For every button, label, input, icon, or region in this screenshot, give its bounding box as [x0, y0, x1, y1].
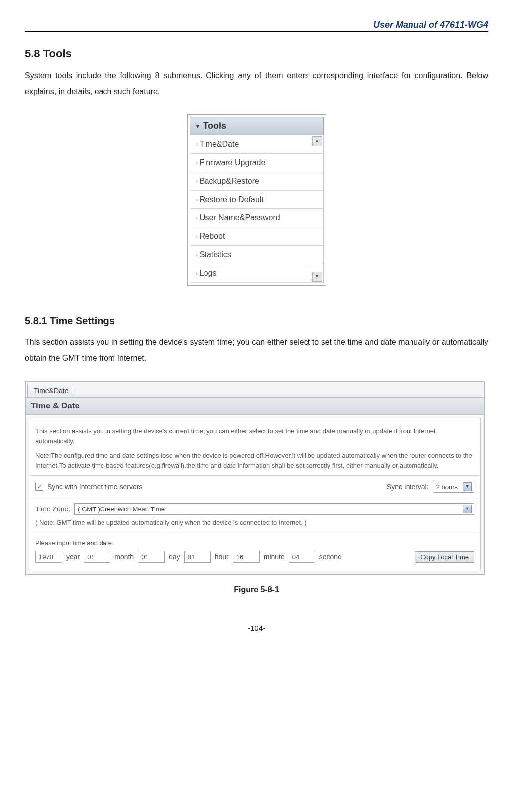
- tools-item-logs[interactable]: ›Logs: [190, 264, 323, 283]
- tools-item-label: User Name&Password: [200, 213, 280, 222]
- tools-item-label: Statistics: [200, 250, 231, 259]
- chevron-right-icon: ›: [196, 179, 198, 184]
- time-date-panel-screenshot: Time&Date Time & Date This section assis…: [25, 381, 485, 575]
- tools-item-label: Logs: [200, 269, 217, 278]
- tools-item-label: Firmware Upgrade: [200, 158, 265, 167]
- timezone-value: ( GMT )Greenwich Mean Time: [78, 506, 165, 513]
- sync-label: Sync with Internet time servers: [47, 483, 142, 491]
- minute-label: minute: [264, 553, 285, 561]
- second-label: second: [319, 553, 342, 561]
- scroll-down-icon[interactable]: ▼: [312, 272, 322, 282]
- chevron-right-icon: ›: [196, 215, 198, 221]
- month-input[interactable]: 01: [84, 551, 110, 563]
- timezone-label: Time Zone:: [35, 505, 70, 513]
- subsection-heading: 5.8.1 Time Settings: [25, 315, 488, 327]
- sync-interval-select[interactable]: 2 hours ▼: [433, 481, 474, 493]
- tools-item-label: Reboot: [200, 232, 225, 241]
- sync-interval-value: 2 hours: [436, 483, 458, 491]
- minute-input[interactable]: 16: [233, 551, 260, 563]
- year-input[interactable]: 1970: [35, 551, 62, 563]
- doc-header: User Manual of 47611-WG4: [25, 20, 488, 30]
- tools-item-label: Restore to Default: [200, 195, 264, 204]
- sync-checkbox[interactable]: ✓: [35, 483, 43, 491]
- scroll-up-icon[interactable]: ▲: [312, 136, 322, 146]
- tools-item-backup[interactable]: ›Backup&Restore: [190, 172, 323, 191]
- tools-item-statistics[interactable]: ›Statistics: [190, 246, 323, 264]
- hour-label: hour: [215, 553, 229, 561]
- tools-item-restore-default[interactable]: ›Restore to Default: [190, 191, 323, 209]
- tools-menu-screenshot: ▼ Tools ▲ ›Time&Date ›Firmware Upgrade ›…: [187, 114, 326, 286]
- hour-input[interactable]: 01: [184, 551, 211, 563]
- input-prompt: Please input time and date:: [35, 538, 474, 548]
- time-date-title: Time & Date: [26, 397, 484, 415]
- time-date-description: This section assists you in setting the …: [35, 426, 474, 446]
- chevron-down-icon: ▼: [463, 505, 472, 513]
- chevron-right-icon: ›: [196, 271, 198, 276]
- day-label: day: [169, 553, 180, 561]
- chevron-right-icon: ›: [196, 142, 198, 147]
- tools-item-username[interactable]: ›User Name&Password: [190, 209, 323, 227]
- sync-interval-label: Sync Interval:: [387, 483, 429, 491]
- copy-local-time-button[interactable]: Copy Local Time: [415, 551, 474, 563]
- chevron-right-icon: ›: [196, 197, 198, 203]
- section-intro: System tools include the following 8 sub…: [25, 68, 488, 100]
- subsection-intro: This section assists you in setting the …: [25, 334, 488, 366]
- time-date-tab[interactable]: Time&Date: [27, 384, 75, 397]
- day-input[interactable]: 01: [138, 551, 165, 563]
- tools-menu-title: Tools: [203, 121, 226, 131]
- page-number: -104-: [25, 624, 488, 632]
- tools-menu-list: ▲ ›Time&Date ›Firmware Upgrade ›Backup&R…: [190, 135, 324, 283]
- year-label: year: [66, 553, 80, 561]
- timezone-select[interactable]: ( GMT )Greenwich Mean Time ▼: [74, 503, 474, 515]
- tools-menu-header[interactable]: ▼ Tools: [190, 117, 324, 135]
- month-label: month: [114, 553, 134, 561]
- figure-caption: Figure 5-8-1: [25, 585, 488, 594]
- chevron-right-icon: ›: [196, 234, 198, 239]
- chevron-right-icon: ›: [196, 252, 198, 258]
- tools-item-label: Time&Date: [200, 140, 239, 149]
- header-rule: [25, 31, 488, 32]
- time-date-note: Note:The configured time and date settin…: [35, 451, 474, 470]
- second-input[interactable]: 04: [289, 551, 315, 563]
- collapse-arrow-icon: ▼: [195, 123, 201, 129]
- gmt-note: ( Note: GMT time will be updated automat…: [35, 518, 474, 528]
- tools-item-time-date[interactable]: ›Time&Date: [190, 135, 323, 154]
- chevron-down-icon: ▼: [463, 482, 472, 491]
- section-heading: 5.8 Tools: [25, 47, 488, 60]
- tools-item-reboot[interactable]: ›Reboot: [190, 227, 323, 246]
- chevron-right-icon: ›: [196, 160, 198, 166]
- tools-item-label: Backup&Restore: [200, 177, 259, 186]
- tools-item-firmware[interactable]: ›Firmware Upgrade: [190, 154, 323, 172]
